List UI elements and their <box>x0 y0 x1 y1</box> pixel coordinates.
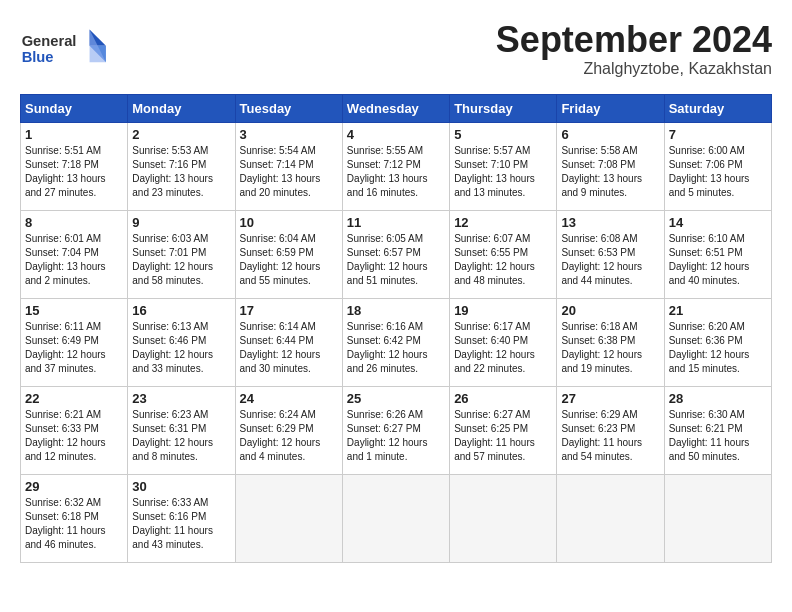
day-info: Sunrise: 5:51 AMSunset: 7:18 PMDaylight:… <box>25 144 123 200</box>
day-number: 10 <box>240 215 338 230</box>
location: Zhalghyztobe, Kazakhstan <box>496 60 772 78</box>
day-info: Sunrise: 6:21 AMSunset: 6:33 PMDaylight:… <box>25 408 123 464</box>
calendar-cell: 25Sunrise: 6:26 AMSunset: 6:27 PMDayligh… <box>342 386 449 474</box>
logo-svg: General Blue <box>20 20 110 75</box>
page-header: General Blue September 2024 Zhalghyztobe… <box>20 20 772 78</box>
calendar-cell: 4Sunrise: 5:55 AMSunset: 7:12 PMDaylight… <box>342 122 449 210</box>
calendar-cell: 13Sunrise: 6:08 AMSunset: 6:53 PMDayligh… <box>557 210 664 298</box>
calendar-cell <box>557 474 664 562</box>
day-info: Sunrise: 5:58 AMSunset: 7:08 PMDaylight:… <box>561 144 659 200</box>
day-info: Sunrise: 6:26 AMSunset: 6:27 PMDaylight:… <box>347 408 445 464</box>
svg-text:General: General <box>22 33 77 49</box>
calendar-cell: 19Sunrise: 6:17 AMSunset: 6:40 PMDayligh… <box>450 298 557 386</box>
day-number: 23 <box>132 391 230 406</box>
calendar-cell: 26Sunrise: 6:27 AMSunset: 6:25 PMDayligh… <box>450 386 557 474</box>
calendar-cell: 20Sunrise: 6:18 AMSunset: 6:38 PMDayligh… <box>557 298 664 386</box>
day-info: Sunrise: 6:05 AMSunset: 6:57 PMDaylight:… <box>347 232 445 288</box>
day-number: 14 <box>669 215 767 230</box>
day-number: 6 <box>561 127 659 142</box>
day-info: Sunrise: 6:08 AMSunset: 6:53 PMDaylight:… <box>561 232 659 288</box>
day-number: 25 <box>347 391 445 406</box>
day-info: Sunrise: 6:16 AMSunset: 6:42 PMDaylight:… <box>347 320 445 376</box>
calendar-cell: 8Sunrise: 6:01 AMSunset: 7:04 PMDaylight… <box>21 210 128 298</box>
title-block: September 2024 Zhalghyztobe, Kazakhstan <box>496 20 772 78</box>
day-info: Sunrise: 5:57 AMSunset: 7:10 PMDaylight:… <box>454 144 552 200</box>
calendar-table: Sunday Monday Tuesday Wednesday Thursday… <box>20 94 772 563</box>
day-info: Sunrise: 6:23 AMSunset: 6:31 PMDaylight:… <box>132 408 230 464</box>
day-number: 2 <box>132 127 230 142</box>
day-info: Sunrise: 6:04 AMSunset: 6:59 PMDaylight:… <box>240 232 338 288</box>
header-saturday: Saturday <box>664 94 771 122</box>
calendar-cell: 12Sunrise: 6:07 AMSunset: 6:55 PMDayligh… <box>450 210 557 298</box>
day-number: 16 <box>132 303 230 318</box>
svg-text:Blue: Blue <box>22 49 54 65</box>
day-number: 9 <box>132 215 230 230</box>
day-number: 22 <box>25 391 123 406</box>
day-info: Sunrise: 6:29 AMSunset: 6:23 PMDaylight:… <box>561 408 659 464</box>
day-number: 13 <box>561 215 659 230</box>
calendar-cell: 23Sunrise: 6:23 AMSunset: 6:31 PMDayligh… <box>128 386 235 474</box>
calendar-cell: 11Sunrise: 6:05 AMSunset: 6:57 PMDayligh… <box>342 210 449 298</box>
day-number: 30 <box>132 479 230 494</box>
calendar-cell <box>450 474 557 562</box>
calendar-cell: 27Sunrise: 6:29 AMSunset: 6:23 PMDayligh… <box>557 386 664 474</box>
day-number: 27 <box>561 391 659 406</box>
day-number: 7 <box>669 127 767 142</box>
header-tuesday: Tuesday <box>235 94 342 122</box>
calendar-cell: 6Sunrise: 5:58 AMSunset: 7:08 PMDaylight… <box>557 122 664 210</box>
day-info: Sunrise: 6:00 AMSunset: 7:06 PMDaylight:… <box>669 144 767 200</box>
day-info: Sunrise: 6:10 AMSunset: 6:51 PMDaylight:… <box>669 232 767 288</box>
calendar-cell: 21Sunrise: 6:20 AMSunset: 6:36 PMDayligh… <box>664 298 771 386</box>
calendar-cell: 9Sunrise: 6:03 AMSunset: 7:01 PMDaylight… <box>128 210 235 298</box>
day-info: Sunrise: 6:27 AMSunset: 6:25 PMDaylight:… <box>454 408 552 464</box>
calendar-cell: 18Sunrise: 6:16 AMSunset: 6:42 PMDayligh… <box>342 298 449 386</box>
day-info: Sunrise: 6:03 AMSunset: 7:01 PMDaylight:… <box>132 232 230 288</box>
month-title: September 2024 <box>496 20 772 60</box>
day-info: Sunrise: 6:13 AMSunset: 6:46 PMDaylight:… <box>132 320 230 376</box>
day-number: 19 <box>454 303 552 318</box>
day-number: 1 <box>25 127 123 142</box>
day-info: Sunrise: 6:17 AMSunset: 6:40 PMDaylight:… <box>454 320 552 376</box>
day-number: 17 <box>240 303 338 318</box>
day-number: 3 <box>240 127 338 142</box>
calendar-cell <box>342 474 449 562</box>
day-number: 4 <box>347 127 445 142</box>
calendar-cell: 22Sunrise: 6:21 AMSunset: 6:33 PMDayligh… <box>21 386 128 474</box>
calendar-body: 1Sunrise: 5:51 AMSunset: 7:18 PMDaylight… <box>21 122 772 562</box>
day-number: 15 <box>25 303 123 318</box>
calendar-cell <box>664 474 771 562</box>
day-number: 8 <box>25 215 123 230</box>
day-number: 28 <box>669 391 767 406</box>
calendar-cell: 2Sunrise: 5:53 AMSunset: 7:16 PMDaylight… <box>128 122 235 210</box>
calendar-cell: 16Sunrise: 6:13 AMSunset: 6:46 PMDayligh… <box>128 298 235 386</box>
day-info: Sunrise: 5:54 AMSunset: 7:14 PMDaylight:… <box>240 144 338 200</box>
calendar-cell: 14Sunrise: 6:10 AMSunset: 6:51 PMDayligh… <box>664 210 771 298</box>
day-info: Sunrise: 6:33 AMSunset: 6:16 PMDaylight:… <box>132 496 230 552</box>
day-number: 12 <box>454 215 552 230</box>
calendar-header: Sunday Monday Tuesday Wednesday Thursday… <box>21 94 772 122</box>
calendar-cell: 3Sunrise: 5:54 AMSunset: 7:14 PMDaylight… <box>235 122 342 210</box>
header-thursday: Thursday <box>450 94 557 122</box>
calendar-cell <box>235 474 342 562</box>
day-info: Sunrise: 6:11 AMSunset: 6:49 PMDaylight:… <box>25 320 123 376</box>
day-number: 20 <box>561 303 659 318</box>
calendar-cell: 24Sunrise: 6:24 AMSunset: 6:29 PMDayligh… <box>235 386 342 474</box>
day-info: Sunrise: 6:20 AMSunset: 6:36 PMDaylight:… <box>669 320 767 376</box>
day-number: 29 <box>25 479 123 494</box>
logo: General Blue <box>20 20 110 75</box>
day-info: Sunrise: 6:18 AMSunset: 6:38 PMDaylight:… <box>561 320 659 376</box>
day-info: Sunrise: 6:14 AMSunset: 6:44 PMDaylight:… <box>240 320 338 376</box>
calendar-cell: 10Sunrise: 6:04 AMSunset: 6:59 PMDayligh… <box>235 210 342 298</box>
day-number: 26 <box>454 391 552 406</box>
day-info: Sunrise: 6:30 AMSunset: 6:21 PMDaylight:… <box>669 408 767 464</box>
calendar-cell: 15Sunrise: 6:11 AMSunset: 6:49 PMDayligh… <box>21 298 128 386</box>
calendar-cell: 28Sunrise: 6:30 AMSunset: 6:21 PMDayligh… <box>664 386 771 474</box>
day-number: 5 <box>454 127 552 142</box>
calendar-cell: 17Sunrise: 6:14 AMSunset: 6:44 PMDayligh… <box>235 298 342 386</box>
calendar-cell: 7Sunrise: 6:00 AMSunset: 7:06 PMDaylight… <box>664 122 771 210</box>
calendar-cell: 1Sunrise: 5:51 AMSunset: 7:18 PMDaylight… <box>21 122 128 210</box>
calendar-cell: 5Sunrise: 5:57 AMSunset: 7:10 PMDaylight… <box>450 122 557 210</box>
calendar-row-2: 15Sunrise: 6:11 AMSunset: 6:49 PMDayligh… <box>21 298 772 386</box>
day-number: 11 <box>347 215 445 230</box>
day-info: Sunrise: 6:07 AMSunset: 6:55 PMDaylight:… <box>454 232 552 288</box>
